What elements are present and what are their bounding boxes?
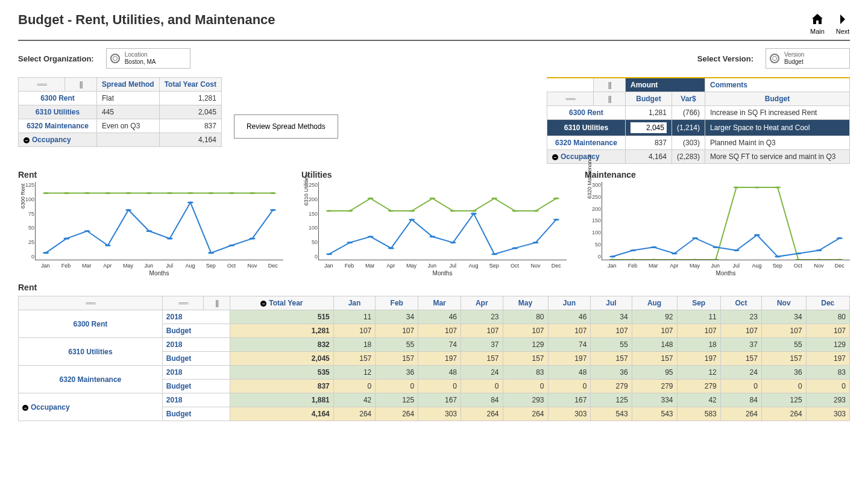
value-cell[interactable]: 95 bbox=[632, 366, 677, 380]
collapse-icon[interactable]: – bbox=[260, 301, 266, 307]
value-cell[interactable]: 0 bbox=[461, 380, 503, 393]
table-cell[interactable]: 4,164 bbox=[625, 150, 671, 164]
table-cell[interactable]: 2,045 bbox=[625, 120, 671, 136]
value-cell[interactable]: 125 bbox=[376, 393, 418, 407]
value-cell[interactable]: 11 bbox=[333, 310, 376, 324]
value-cell[interactable]: 36 bbox=[376, 366, 418, 380]
value-cell[interactable]: 264 bbox=[376, 407, 418, 421]
value-cell[interactable]: 36 bbox=[761, 366, 806, 380]
value-cell[interactable]: 107 bbox=[418, 324, 461, 338]
row-year[interactable]: 2018 bbox=[162, 310, 230, 324]
value-cell[interactable]: 157 bbox=[761, 352, 806, 366]
collapse-icon[interactable]: – bbox=[22, 405, 28, 411]
month-header[interactable]: Aug bbox=[632, 296, 677, 310]
total-cell[interactable]: 515 bbox=[230, 310, 333, 324]
value-cell[interactable]: 125 bbox=[591, 393, 632, 407]
value-cell[interactable]: 334 bbox=[632, 393, 677, 407]
value-cell[interactable]: 83 bbox=[806, 366, 849, 380]
value-cell[interactable]: 23 bbox=[461, 310, 503, 324]
drag-icon[interactable]: ══ bbox=[37, 80, 46, 89]
value-cell[interactable]: 543 bbox=[591, 407, 632, 421]
value-cell[interactable]: 46 bbox=[548, 310, 591, 324]
value-cell[interactable]: 264 bbox=[761, 407, 806, 421]
table-cell[interactable]: Flat bbox=[97, 92, 160, 105]
table-cell[interactable]: 1,281 bbox=[625, 106, 671, 120]
value-cell[interactable]: 42 bbox=[333, 393, 376, 407]
value-cell[interactable]: 48 bbox=[548, 366, 591, 380]
month-header[interactable]: Apr bbox=[461, 296, 503, 310]
value-cell[interactable]: 107 bbox=[677, 324, 720, 338]
value-cell[interactable]: 48 bbox=[418, 366, 461, 380]
value-cell[interactable]: 18 bbox=[333, 338, 376, 352]
value-cell[interactable]: 0 bbox=[376, 380, 418, 393]
table-cell[interactable]: 837 bbox=[159, 119, 221, 133]
group-label[interactable]: 6300 Rent bbox=[19, 310, 163, 338]
value-cell[interactable]: 34 bbox=[591, 310, 632, 324]
month-header[interactable]: May bbox=[503, 296, 548, 310]
collapse-icon[interactable]: – bbox=[24, 137, 30, 143]
value-cell[interactable]: 34 bbox=[376, 310, 418, 324]
table-cell[interactable]: Even on Q3 bbox=[97, 119, 160, 133]
total-cell[interactable]: 837 bbox=[230, 380, 333, 393]
value-cell[interactable]: 37 bbox=[461, 338, 503, 352]
value-cell[interactable]: 129 bbox=[503, 338, 548, 352]
value-cell[interactable]: 157 bbox=[461, 352, 503, 366]
value-cell[interactable]: 34 bbox=[761, 310, 806, 324]
value-cell[interactable]: 0 bbox=[548, 380, 591, 393]
total-cell[interactable]: 4,164 bbox=[230, 407, 333, 421]
table-row-label[interactable]: 6320 Maintenance bbox=[547, 136, 625, 150]
total-cell[interactable]: 1,881 bbox=[230, 393, 333, 407]
value-cell[interactable]: 264 bbox=[503, 407, 548, 421]
value-cell[interactable]: 0 bbox=[720, 380, 761, 393]
value-cell[interactable]: 36 bbox=[591, 366, 632, 380]
value-cell[interactable]: 157 bbox=[591, 352, 632, 366]
collapse-icon[interactable]: – bbox=[552, 154, 558, 160]
table-row-label[interactable]: 6320 Maintenance bbox=[19, 119, 97, 133]
row-year[interactable]: Budget bbox=[162, 407, 230, 421]
value-cell[interactable]: 107 bbox=[761, 324, 806, 338]
value-cell[interactable]: 55 bbox=[376, 338, 418, 352]
org-selector[interactable]: Location Boston, MA bbox=[106, 48, 190, 69]
budget-input[interactable]: 2,045 bbox=[631, 122, 667, 133]
value-cell[interactable]: 157 bbox=[632, 352, 677, 366]
value-cell[interactable]: 12 bbox=[677, 366, 720, 380]
review-spread-button[interactable]: Review Spread Methods bbox=[234, 114, 338, 139]
row-year[interactable]: Budget bbox=[162, 380, 230, 393]
value-cell[interactable]: 264 bbox=[720, 407, 761, 421]
month-header[interactable]: Jan bbox=[333, 296, 376, 310]
value-cell[interactable]: 279 bbox=[591, 380, 632, 393]
value-cell[interactable]: 107 bbox=[461, 324, 503, 338]
comment-cell[interactable]: Larger Space to Heat and Cool bbox=[705, 120, 850, 136]
value-cell[interactable]: 279 bbox=[677, 380, 720, 393]
separator-icon[interactable]: || bbox=[215, 299, 218, 307]
value-cell[interactable]: 37 bbox=[720, 338, 761, 352]
separator-icon[interactable]: || bbox=[608, 81, 611, 89]
value-cell[interactable]: 92 bbox=[632, 310, 677, 324]
value-cell[interactable]: 197 bbox=[418, 352, 461, 366]
row-year[interactable]: 2018 bbox=[162, 366, 230, 380]
value-cell[interactable]: 543 bbox=[632, 407, 677, 421]
total-cell[interactable]: 832 bbox=[230, 338, 333, 352]
value-cell[interactable]: 107 bbox=[632, 324, 677, 338]
value-cell[interactable]: 80 bbox=[806, 310, 849, 324]
table-row-label[interactable]: 6310 Utilities bbox=[547, 120, 625, 136]
group-label[interactable]: 6310 Utilities bbox=[19, 338, 163, 366]
table-row-label[interactable]: 6300 Rent bbox=[19, 92, 97, 105]
group-label[interactable]: 6320 Maintenance bbox=[19, 366, 163, 393]
table-cell[interactable]: 445 bbox=[97, 105, 160, 119]
value-cell[interactable]: 293 bbox=[503, 393, 548, 407]
separator-icon[interactable]: || bbox=[608, 95, 611, 103]
total-cell[interactable]: 1,281 bbox=[230, 324, 333, 338]
value-cell[interactable]: 264 bbox=[333, 407, 376, 421]
month-header[interactable]: Jun bbox=[548, 296, 591, 310]
value-cell[interactable]: 107 bbox=[376, 324, 418, 338]
separator-icon[interactable]: || bbox=[80, 80, 83, 89]
value-cell[interactable]: 107 bbox=[548, 324, 591, 338]
value-cell[interactable]: 55 bbox=[761, 338, 806, 352]
value-cell[interactable]: 24 bbox=[720, 366, 761, 380]
value-cell[interactable]: 293 bbox=[806, 393, 849, 407]
month-header[interactable]: Oct bbox=[720, 296, 761, 310]
value-cell[interactable]: 74 bbox=[418, 338, 461, 352]
drag-icon[interactable]: ══ bbox=[566, 95, 575, 103]
comment-cell[interactable]: Planned Maint in Q3 bbox=[705, 136, 850, 150]
